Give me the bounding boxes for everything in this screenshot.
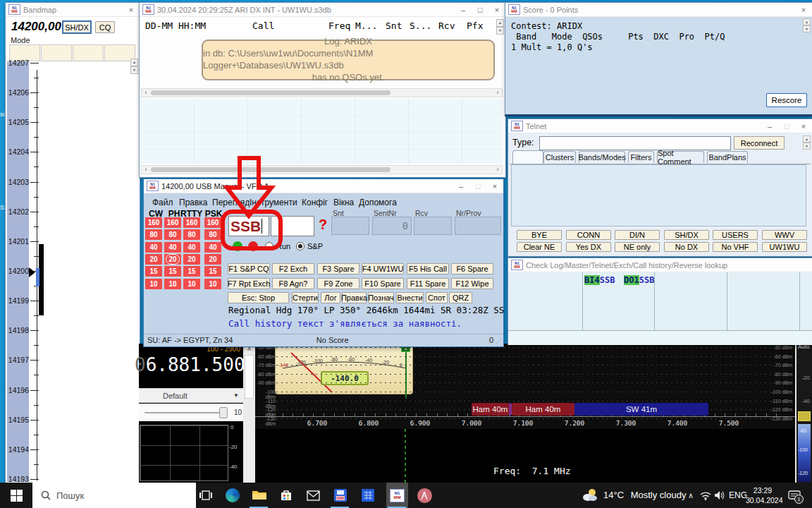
menu-item[interactable]: Інструменти: [250, 198, 297, 207]
search-box[interactable]: Пошук: [32, 483, 196, 508]
check-results-pane[interactable]: BI4SSBDO1SSB: [508, 272, 812, 330]
maximize-icon[interactable]: □: [473, 4, 487, 16]
log-hscrollbar[interactable]: ‹›: [141, 165, 503, 174]
band-button[interactable]: 40: [204, 242, 221, 253]
menu-item[interactable]: Конфіг: [302, 198, 328, 207]
telnet-tab[interactable]: BandPlans: [707, 151, 748, 163]
action-button[interactable]: Внести: [396, 292, 424, 303]
minimize-icon[interactable]: –: [763, 120, 777, 133]
preset-dropdown[interactable]: Default ▼: [139, 388, 243, 403]
radio-app-icon[interactable]: [416, 487, 433, 504]
close-icon[interactable]: ×: [796, 4, 811, 16]
fkey-button[interactable]: F1 S&P CQ: [228, 263, 270, 274]
check-call[interactable]: BI4SSB: [584, 275, 615, 285]
sdr-frequency-display[interactable]: 06.881.500: [135, 354, 245, 375]
spreadsheet-icon[interactable]: [359, 487, 376, 504]
clock[interactable]: 23:29 30.04.2024: [746, 485, 780, 505]
telnet-tab[interactable]: Bands/Modes: [579, 151, 625, 163]
telnet-button[interactable]: WWV: [762, 230, 807, 240]
band-button[interactable]: 40: [145, 242, 162, 253]
log-column-header[interactable]: M...: [355, 20, 377, 31]
maximize-icon[interactable]: □: [780, 120, 794, 133]
waterfall-gradient-bar[interactable]: -80 -100 -120: [798, 424, 811, 482]
telnet-button[interactable]: No VHF: [713, 242, 758, 252]
rescore-button[interactable]: Rescore: [766, 93, 807, 107]
maximize-icon[interactable]: □: [471, 180, 485, 193]
telnet-tab[interactable]: [512, 150, 543, 164]
action-button[interactable]: Esc: Stop: [228, 292, 289, 303]
fkey-button[interactable]: F10 Spare: [362, 278, 404, 289]
start-button[interactable]: [0, 483, 32, 508]
telnet-type-input[interactable]: [539, 136, 731, 150]
fkey-button[interactable]: F9 Zone: [317, 278, 359, 289]
action-button[interactable]: QRZ: [449, 292, 472, 303]
weather-icon[interactable]: [581, 487, 599, 504]
band-button[interactable]: 80: [164, 229, 181, 240]
telnet-button[interactable]: Clear NE: [517, 242, 562, 252]
log-column-header[interactable]: Snt: [386, 20, 402, 31]
nrprov-field[interactable]: [455, 217, 501, 235]
spectrum-display[interactable]: -140.0 -140-120-100-80-60-40-200 1 -50 d…: [255, 344, 795, 429]
band-button[interactable]: 160: [145, 217, 162, 228]
slider-handle[interactable]: [219, 407, 228, 418]
wifi-icon[interactable]: [699, 488, 712, 502]
telnet-spinner[interactable]: ▲▼: [803, 135, 811, 150]
store-icon[interactable]: [278, 487, 295, 504]
language-indicator[interactable]: ENG: [729, 490, 747, 500]
mail-icon[interactable]: [304, 487, 321, 504]
scroll-left-icon[interactable]: ‹: [142, 89, 150, 97]
menu-item[interactable]: Файл: [152, 198, 173, 207]
telnet-button[interactable]: BYE: [517, 230, 562, 240]
waterfall-display[interactable]: Freq: 7.1 MHz: [255, 429, 795, 483]
check-titlebar[interactable]: N1MM Check Log/Master/Telnet/Exch/Call h…: [508, 258, 812, 272]
rcv-field[interactable]: [414, 217, 452, 235]
scrollbar-thumb[interactable]: [151, 167, 390, 172]
telnet-button[interactable]: USERS: [713, 230, 758, 240]
task-view-button[interactable]: [197, 487, 214, 504]
telnet-button[interactable]: UW1WU: [762, 242, 807, 252]
telnet-button[interactable]: CONN: [566, 230, 611, 240]
callsign-input[interactable]: SSB: [228, 216, 269, 236]
telnet-titlebar[interactable]: N1MM Telnet – □ ×: [508, 119, 812, 133]
slider-track[interactable]: [144, 412, 223, 413]
telnet-tab[interactable]: Spot Comment: [657, 151, 704, 163]
file-explorer-icon[interactable]: [251, 487, 268, 504]
log-column-header[interactable]: Freq: [328, 20, 350, 31]
exchange-input[interactable]: [271, 216, 314, 236]
telnet-button[interactable]: NE only: [615, 242, 660, 252]
fkey-button[interactable]: F3 Spare: [317, 263, 359, 274]
action-button[interactable]: Лог: [321, 292, 340, 303]
log-column-header[interactable]: Rcv: [438, 20, 455, 31]
speaker-icon[interactable]: [713, 488, 726, 502]
edge-browser-icon[interactable]: [224, 487, 241, 504]
log-titlebar[interactable]: N1MM 30.04.2024 20:29:25Z ARI DX INT - U…: [140, 3, 505, 17]
action-button[interactable]: Стерти: [292, 292, 319, 303]
minimize-icon[interactable]: –: [456, 4, 470, 16]
menu-item[interactable]: Правка: [179, 198, 208, 207]
sp-radio[interactable]: [296, 242, 304, 250]
telnet-button[interactable]: SH/DX: [664, 230, 709, 240]
fkey-button[interactable]: F11 Spare: [407, 278, 449, 289]
scroll-left-icon[interactable]: ‹: [142, 166, 150, 174]
band-button[interactable]: 80: [183, 229, 200, 240]
logger-save-icon[interactable]: [332, 487, 349, 504]
scroll-right-icon[interactable]: ›: [493, 166, 502, 174]
entry-titlebar[interactable]: N1MM 14200,00 USB Manual - VFO A – □ ×: [144, 179, 503, 193]
telnet-tab[interactable]: Filters: [628, 151, 654, 163]
fkey-button[interactable]: F7 Rpt Exch: [228, 278, 270, 289]
telnet-button[interactable]: No DX: [664, 242, 709, 252]
scroll-right-icon[interactable]: ›: [493, 89, 502, 97]
score-spinner[interactable]: ▲▼: [803, 18, 811, 32]
tray-chevron-icon[interactable]: ∧: [685, 488, 696, 502]
run-radio[interactable]: [265, 242, 273, 250]
log-column-header[interactable]: Call: [252, 20, 274, 31]
close-icon[interactable]: ×: [490, 4, 504, 16]
sentnr-field[interactable]: 0: [372, 217, 412, 235]
fkey-button[interactable]: F8 Agn?: [272, 278, 314, 289]
bandmap-marker-cursor[interactable]: [36, 268, 39, 286]
sdr-vscrollbar[interactable]: ∧: [243, 344, 255, 483]
action-button[interactable]: Познач: [368, 292, 394, 303]
action-button[interactable]: Спот: [426, 292, 448, 303]
action-center-icon[interactable]: 1: [785, 487, 804, 504]
log-hscrollbar[interactable]: ‹›: [141, 88, 503, 97]
